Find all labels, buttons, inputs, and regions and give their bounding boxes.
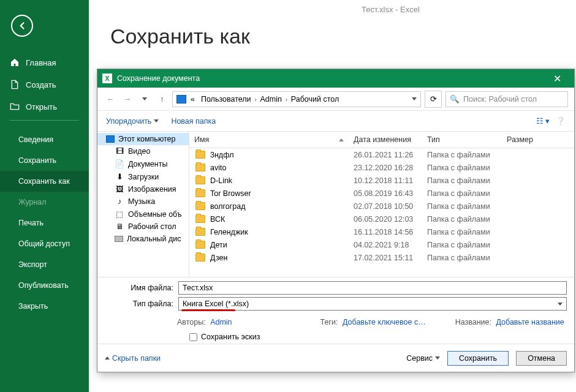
filename-input[interactable] [178,281,567,295]
title-input[interactable]: Добавьте название [496,318,564,326]
search-placeholder: Поиск: Рабочий стол [463,95,537,104]
file-list: Имя Дата изменения Тип Размер 3ндфл26.01… [189,132,574,277]
nav-new[interactable]: Создать [0,74,89,96]
file-row[interactable]: волгоград02.07.2018 10:50Папка с файлами [189,200,574,213]
tools-menu[interactable]: Сервис [406,354,440,363]
file-fields: Имя файла: Тип файла: Книга Excel (*.xls… [97,277,574,314]
dialog-nav-toolbar: ← → ↑ « Пользователи › Admin › Рабочий с… [97,88,574,111]
nav-home[interactable]: Главная [0,51,89,74]
nav-Закрыть[interactable]: Закрыть [0,296,89,317]
nav-Сохранить как[interactable]: Сохранить как [0,171,89,192]
folder-icon [195,241,205,249]
filetype-dropdown[interactable]: Книга Excel (*.xlsx) [178,297,567,311]
folder-icon [195,202,205,210]
nav-Журнал[interactable]: Журнал [0,192,89,213]
nav-home-label: Главная [26,58,56,67]
chevron-up-icon [105,356,110,360]
file-row[interactable]: Геленджик16.11.2018 14:56Папка с файлами [189,225,574,238]
address-bar[interactable]: « Пользователи › Admin › Рабочий стол [172,91,421,107]
nav-back-button[interactable]: ← [104,92,117,106]
page-heading: Сохранить как [110,24,250,48]
img-icon: 🖼 [115,185,124,194]
tags-label: Теги: [320,318,338,326]
file-new-icon [10,80,20,89]
folder-open-icon [10,102,20,111]
hide-folders-toggle[interactable]: Скрыть папки [105,354,161,363]
nav-new-label: Создать [26,80,56,89]
filetype-label: Тип файла: [105,300,178,308]
file-metadata-row: Авторы: Admin Теги: Добавьте ключевое с…… [97,314,574,328]
tree-item[interactable]: ⬚Объемные объ [97,208,189,221]
column-date[interactable]: Дата изменения [349,132,422,148]
music-icon: ♪ [115,197,124,206]
tags-input[interactable]: Добавьте ключевое с… [343,318,426,326]
save-thumbnail-checkbox[interactable] [189,333,197,341]
title-label: Название: [455,318,491,326]
save-button[interactable]: Сохранить [447,351,509,366]
tree-item[interactable]: 🖼Изображения [97,183,189,195]
file-row[interactable]: Tor Browser05.08.2019 16:43Папка с файла… [189,187,574,200]
tree-item[interactable]: 🎞Видео [97,145,189,157]
help-button[interactable]: ❔ [556,116,566,126]
refresh-button[interactable]: ⟳ [425,91,442,108]
folder-tree[interactable]: Этот компьютер🎞Видео📄Документы⬇Загрузки🖼… [97,132,189,277]
tree-item[interactable]: Этот компьютер [97,133,189,145]
back-button[interactable] [11,15,33,37]
folder-icon [195,254,205,262]
column-type[interactable]: Тип [422,132,502,148]
folder-icon [195,176,205,184]
file-row[interactable]: D-Link10.12.2018 11:11Папка с файлами [189,174,574,187]
dialog-titlebar: X Сохранение документа ✕ [97,69,574,88]
tree-item[interactable]: 📄Документы [97,157,189,170]
chevron-down-icon [435,356,440,360]
tree-item[interactable]: Локальный дис [97,233,189,245]
save-as-dialog: X Сохранение документа ✕ ← → ↑ « Пользов… [97,69,575,372]
nav-Сведения[interactable]: Сведения [0,129,89,150]
folder-icon [195,228,205,236]
file-row[interactable]: avito23.12.2020 16:28Папка с файлами [189,161,574,174]
nav-Общий доступ[interactable]: Общий доступ [0,233,89,254]
folder-icon [195,215,205,223]
new-folder-button[interactable]: Новая папка [171,117,216,126]
nav-Экспорт[interactable]: Экспорт [0,254,89,275]
backstage-sidebar: Главная Создать Открыть СведенияСохранит… [0,0,89,392]
folder-icon [195,189,205,197]
cancel-button[interactable]: Отмена [516,351,567,366]
nav-forward-button[interactable]: → [121,92,134,106]
file-row[interactable]: Дети04.02.2021 9:18Папка с файлами [189,238,574,251]
close-button[interactable]: ✕ [545,69,569,88]
tree-item[interactable]: 🖥Рабочий стол [97,221,189,233]
view-options-button[interactable]: ☷ ▾ [536,116,550,126]
nav-open[interactable]: Открыть [0,96,89,118]
breadcrumb-2[interactable]: Рабочий стол [289,94,341,104]
organize-menu[interactable]: Упорядочить [106,117,159,126]
tree-item[interactable]: ⬇Загрузки [97,170,189,183]
file-row[interactable]: 3ндфл26.01.2021 11:26Папка с файлами [189,148,574,161]
dialog-title: Сохранение документа [117,74,200,83]
chevron-down-icon [558,303,563,306]
cube-icon: ⬚ [115,209,124,219]
column-size[interactable]: Размер [502,132,545,148]
nav-Печать[interactable]: Печать [0,213,89,233]
pc-icon [106,135,115,143]
column-name[interactable]: Имя [189,132,349,148]
file-row[interactable]: ВСК06.05.2020 12:03Папка с файлами [189,213,574,225]
breadcrumb-1[interactable]: Admin [258,94,283,104]
nav-history-dropdown[interactable] [138,92,151,106]
search-icon: 🔍 [450,94,460,104]
breadcrumb-0[interactable]: Пользователи [199,94,253,104]
authors-value[interactable]: Admin [210,318,232,326]
nav-Опубликовать[interactable]: Опубликовать [0,275,89,296]
excel-icon: X [102,74,112,83]
search-input[interactable]: 🔍 Поиск: Рабочий стол [445,91,568,107]
file-list-header: Имя Дата изменения Тип Размер [189,132,574,148]
chevron-down-icon [154,119,159,123]
video-icon: 🎞 [115,147,124,156]
filename-label: Имя файла: [105,284,178,292]
file-row[interactable]: Дзен17.02.2021 15:11Папка с файлами [189,251,574,264]
nav-up-button[interactable]: ↑ [155,92,169,106]
address-dropdown-icon[interactable] [412,97,417,100]
tree-item[interactable]: ♪Музыка [97,195,189,208]
dialog-command-bar: Упорядочить Новая папка ☷ ▾ ❔ [97,111,574,132]
nav-Сохранить[interactable]: Сохранить [0,150,89,171]
